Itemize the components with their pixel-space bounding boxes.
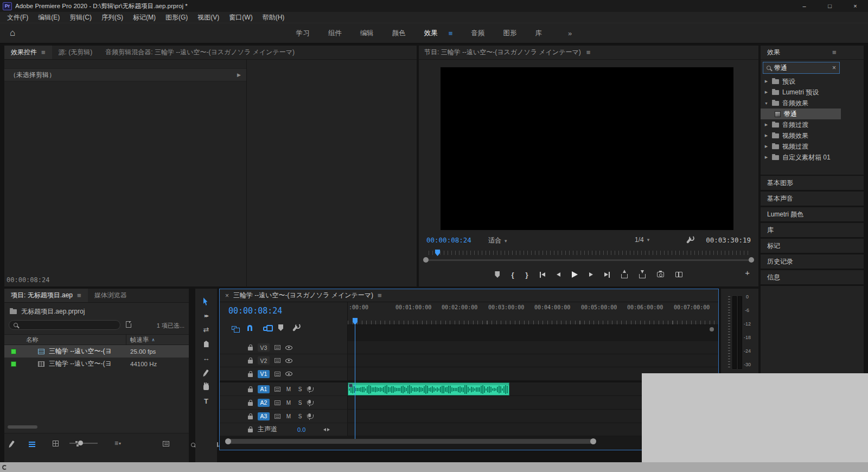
chevron-right-icon[interactable]: ▶ [764,79,769,84]
lift-button[interactable] [621,274,628,278]
workspace-tab-learn[interactable]: 学习 [296,29,310,38]
sync-status-icon[interactable] [2,465,7,470]
track-badge-a3[interactable]: A3 [258,412,270,420]
close-sequence-icon[interactable]: × [225,292,229,299]
workspace-tab-effects[interactable]: 效果 [424,29,438,38]
source-patch-icon[interactable] [275,345,280,350]
program-menu-icon[interactable]: ≡ [586,48,591,56]
chevron-right-icon[interactable]: ▶ [764,123,769,127]
mark-out-button[interactable]: } [526,271,528,279]
menu-file[interactable]: 文件(F) [2,12,33,23]
project-row-clip[interactable]: 三輪学 --遠い空〜-(ヨ 44100 Hz [4,358,189,370]
loop-icon[interactable] [0,56,1,61]
source-patch-icon[interactable] [275,400,280,405]
workspace-tab-assembly[interactable]: 组件 [328,29,342,38]
timeline-timecode[interactable]: 00:00:08:24 [228,306,282,316]
export-frame-button[interactable] [657,272,664,277]
type-tool-icon[interactable]: T [204,397,208,405]
timeline-vertical-scrollbar[interactable] [710,327,714,331]
hand-tool-icon[interactable] [203,384,209,390]
track-lock-icon[interactable] [248,402,253,406]
mark-in-button[interactable]: { [511,271,514,279]
add-marker-button[interactable] [495,271,500,278]
track-lane-v2[interactable] [348,354,718,367]
maximize-button[interactable]: □ [817,0,843,12]
step-forward-button[interactable] [589,272,593,277]
mute-button[interactable]: M [285,386,292,392]
settings-wrench-icon[interactable] [686,238,692,244]
tab-media-browser[interactable]: 媒体浏览器 [88,289,133,302]
menu-clip[interactable]: 剪辑(C) [65,12,97,23]
list-view-icon[interactable] [29,442,35,447]
icon-view-icon[interactable] [53,441,59,447]
workspace-menu-icon[interactable]: ≡ [449,29,453,37]
timeline-menu-icon[interactable]: ≡ [378,291,382,299]
track-lane-v3[interactable] [348,341,718,354]
sort-icon[interactable]: ≡ ▾ [114,439,121,447]
button-editor-button[interactable]: + [745,268,750,277]
pen-tool-icon[interactable] [203,369,209,375]
program-playhead[interactable] [435,250,440,256]
razor-tool-icon[interactable] [204,341,209,347]
workspace-tab-color[interactable]: 颜色 [392,29,406,38]
menu-help[interactable]: 帮助(H) [258,12,290,23]
column-name[interactable]: 名称 [26,336,39,344]
tree-item-audio-transitions[interactable]: ▶ 音频过渡 [761,119,841,130]
track-badge-v3[interactable]: V3 [258,343,270,352]
go-to-in-button[interactable] [540,272,545,278]
toggle-track-output-icon[interactable] [285,372,292,376]
column-divider[interactable] [126,335,126,345]
toggle-track-output-icon[interactable] [285,359,292,363]
tab-source-monitor[interactable]: 源: (无剪辑) [52,46,99,59]
chevron-right-icon[interactable]: ▶ [764,90,769,94]
track-lock-icon[interactable] [248,429,253,432]
tab-project[interactable]: 项目: 无标题项目.aep ≡ [4,289,88,302]
chevron-right-icon[interactable]: ▶ [764,133,769,138]
linked-selection-icon[interactable] [263,327,267,331]
automate-to-sequence-icon[interactable] [163,441,169,447]
project-search-input[interactable] [9,320,120,330]
panel-menu-icon[interactable]: ≡ [41,48,46,56]
workspace-tab-editing[interactable]: 编辑 [360,29,374,38]
timeline-settings-icon[interactable] [292,326,298,331]
tree-item-custom-bin[interactable]: ▶ 自定义素材箱 01 [761,152,841,163]
tab-audio-clip-mixer[interactable]: 音频剪辑混合器: 三輪学 --遠い空〜-(ヨスガノソラ メインテーマ) [99,46,301,59]
workspace-overflow-icon[interactable]: » [568,29,572,37]
track-badge-a1[interactable]: A1 [258,385,270,393]
zoom-level-select[interactable]: 适合 ▾ [488,236,507,245]
workspace-tab-audio[interactable]: 音频 [471,29,484,38]
track-select-forward-tool-icon[interactable]: ▸▸ [205,312,208,318]
chevron-right-icon[interactable]: ▶ [764,155,769,160]
menu-window[interactable]: 窗口(W) [224,12,257,23]
search-clear-icon[interactable]: × [832,64,836,72]
go-to-out-button[interactable] [604,272,610,278]
nest-source-icon[interactable] [232,326,237,330]
source-patch-icon[interactable] [275,358,280,363]
voiceover-record-icon[interactable] [308,386,311,390]
ripple-edit-tool-icon[interactable]: ⇄ [203,326,209,334]
tree-item-bandpass[interactable]: 带通 [761,109,841,119]
playback-resolution-select[interactable]: 1/4 ▾ [635,236,649,244]
program-time-ruler[interactable] [429,251,749,255]
playhead-line[interactable] [355,325,355,439]
program-timecode[interactable]: 00:00:08:24 [426,236,471,244]
tree-item-audio-effects[interactable]: ▼ 音频效果 [761,98,841,109]
panel-tab-lumetri-color[interactable]: Lumetri 颜色 [761,207,864,221]
program-video-frame[interactable] [441,67,733,230]
comparison-view-button[interactable] [675,272,682,277]
solo-button[interactable]: S [297,400,303,406]
track-badge-v1[interactable]: V1 [258,370,270,378]
expand-arrow-icon[interactable]: ▶ [237,72,241,78]
audio-clip[interactable] [348,382,509,396]
panel-tab-markers[interactable]: 标记 [761,239,864,253]
solo-button[interactable]: S [297,386,303,392]
new-search-bin-icon[interactable] [126,321,131,328]
toggle-track-output-icon[interactable] [285,346,292,350]
workspace-tab-libraries[interactable]: 库 [535,29,542,38]
scrollbar-right-handle[interactable] [749,257,754,263]
project-menu-icon[interactable]: ≡ [77,291,81,299]
workspace-tab-graphics[interactable]: 图形 [503,29,516,38]
program-zoom-scrollbar[interactable] [425,259,752,261]
timeline-ruler[interactable]: :00:00 00:01:00:00 00:02:00:00 00:03:00:… [348,302,718,325]
play-button[interactable] [572,271,578,278]
